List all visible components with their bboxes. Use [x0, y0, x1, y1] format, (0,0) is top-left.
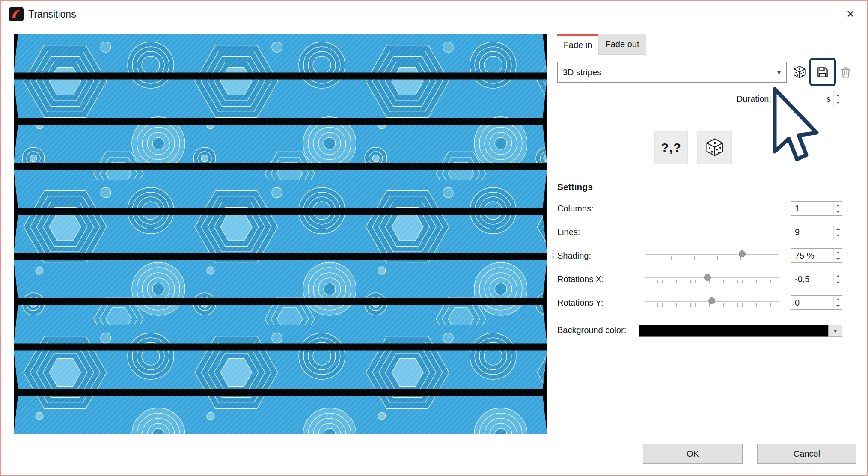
panel-splitter-handle[interactable]: ⋮: [548, 241, 555, 266]
trash-icon: [838, 65, 853, 80]
save-transition-button[interactable]: [812, 61, 833, 83]
rotations-y-slider[interactable]: [645, 295, 779, 310]
rotations-x-value: -0,5: [791, 272, 833, 286]
shading-value: 75 %: [791, 249, 833, 262]
duration-unit: s: [826, 91, 833, 107]
ok-button[interactable]: OK: [643, 444, 743, 464]
lines-value: 9: [791, 225, 833, 239]
tab-fade-in[interactable]: Fade in: [557, 34, 598, 55]
dice-preview-button[interactable]: [697, 131, 732, 164]
dice-icon: [704, 137, 726, 159]
transitions-dialog: Transitions ✕: [0, 0, 868, 476]
rotations-y-input[interactable]: 0: [791, 295, 842, 310]
transition-select-value: 3D stripes: [558, 68, 772, 77]
lines-spinner[interactable]: [833, 225, 842, 239]
separator-line: [564, 116, 833, 116]
rotations-y-spinner[interactable]: [833, 296, 842, 309]
shading-input[interactable]: 75 %: [791, 248, 842, 263]
rotations-x-spinner[interactable]: [833, 272, 842, 286]
chevron-down-icon: ▾: [772, 68, 786, 77]
delete-transition-button[interactable]: [835, 61, 856, 83]
columns-input[interactable]: 1: [791, 201, 842, 216]
transition-preview: [14, 34, 547, 434]
columns-value: 1: [791, 202, 833, 215]
background-color-swatch[interactable]: [639, 325, 828, 337]
shading-spinner[interactable]: [833, 249, 842, 262]
title-bar: Transitions ✕: [1, 1, 867, 27]
columns-spinner[interactable]: [833, 202, 842, 215]
random-transition-button[interactable]: ?,?: [654, 131, 688, 164]
shading-slider[interactable]: [645, 248, 779, 263]
duration-spinner[interactable]: [833, 91, 842, 107]
rotations-x-input[interactable]: -0,5: [791, 272, 842, 286]
settings-section: Settings: [557, 181, 835, 193]
background-color-dropdown[interactable]: ▾: [828, 325, 842, 337]
duration-label: Duration:: [694, 91, 771, 107]
save-icon: [815, 65, 830, 80]
cancel-button[interactable]: Cancel: [757, 444, 856, 464]
settings-heading-line: [599, 187, 835, 187]
app-logo-icon: [9, 6, 24, 22]
chevron-down-icon: ▾: [834, 327, 837, 334]
columns-label: Columns:: [557, 201, 664, 216]
slider-ticks: [648, 280, 775, 283]
slider-ticks: [648, 256, 775, 260]
cube-3d-icon: [792, 65, 807, 80]
rotations-y-value: 0: [791, 296, 833, 309]
rotations-x-slider-thumb[interactable]: [704, 274, 711, 281]
transition-select[interactable]: 3D stripes ▾: [557, 62, 787, 83]
slider-track: [645, 254, 779, 255]
lines-label: Lines:: [557, 225, 664, 239]
window-title: Transitions: [28, 1, 76, 27]
slider-track: [645, 277, 779, 278]
tab-fade-out[interactable]: Fade out: [598, 34, 646, 55]
lines-input[interactable]: 9: [791, 225, 842, 239]
rotations-y-slider-thumb[interactable]: [708, 298, 715, 304]
close-icon[interactable]: ✕: [841, 5, 860, 24]
settings-heading: Settings: [557, 182, 593, 192]
preview-3d-button[interactable]: [789, 61, 810, 83]
rotations-x-slider[interactable]: [645, 272, 779, 286]
duration-value: 2: [776, 91, 826, 107]
duration-input[interactable]: 2 s: [776, 91, 842, 107]
